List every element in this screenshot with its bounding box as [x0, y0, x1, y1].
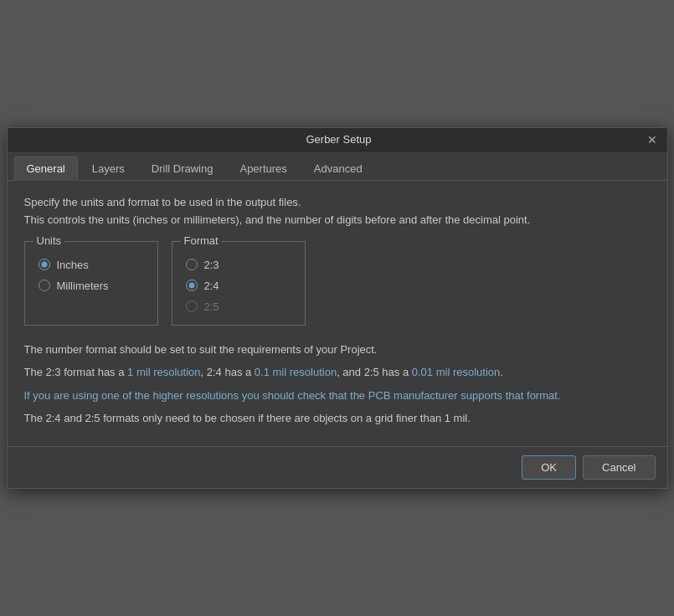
format-2-3-label: 2:3: [204, 259, 219, 271]
info-2-part-1: The 2:3 format has a: [24, 366, 128, 378]
info-line-3: If you are using one of the higher resol…: [24, 387, 651, 404]
format-2-4-label: 2:4: [204, 280, 219, 292]
info-2-part-2: , 2:4 has a: [201, 366, 255, 378]
info-2-highlight-1: 1 mil resolution: [127, 366, 200, 378]
description-line2: This controls the units (inches or milli…: [24, 212, 651, 229]
info-3-text: If you are using one of the higher resol…: [24, 389, 561, 402]
units-mm-radio[interactable]: [39, 280, 50, 291]
options-row: Units Inches Millimeters Format 2:3: [24, 241, 651, 326]
description: Specify the units and format to be used …: [24, 194, 651, 229]
cancel-button[interactable]: Cancel: [583, 455, 655, 480]
info-line-2: The 2:3 format has a 1 mil resolution, 2…: [24, 363, 651, 381]
format-2-5-label: 2:5: [204, 300, 219, 313]
units-inches-label: Inches: [57, 259, 89, 271]
description-line1: Specify the units and format to be used …: [24, 194, 651, 212]
gerber-setup-dialog: Gerber Setup ✕ General Layers Drill Draw…: [7, 127, 668, 488]
tab-drill-drawing[interactable]: Drill Drawing: [139, 157, 226, 180]
tab-advanced[interactable]: Advanced: [301, 157, 375, 180]
format-2-5-radio[interactable]: [186, 300, 198, 312]
units-mm-label: Millimeters: [57, 280, 109, 292]
title-bar: Gerber Setup ✕: [8, 128, 667, 151]
format-2-3-radio[interactable]: [186, 259, 198, 270]
units-mm-option[interactable]: Millimeters: [39, 280, 144, 292]
info-2-part-4: .: [500, 366, 503, 378]
info-line-4: The 2:4 and 2:5 formats only need to be …: [24, 409, 651, 427]
info-2-part-3: , and 2:5 has a: [337, 366, 412, 378]
dialog-title: Gerber Setup: [33, 133, 646, 146]
units-group: Units Inches Millimeters: [24, 241, 158, 326]
content-area: Specify the units and format to be used …: [8, 181, 667, 445]
tab-apertures[interactable]: Apertures: [227, 157, 299, 180]
tab-layers[interactable]: Layers: [80, 157, 137, 180]
format-2-4-option[interactable]: 2:4: [186, 280, 291, 292]
format-2-3-option[interactable]: 2:3: [186, 259, 291, 271]
units-inches-radio[interactable]: [39, 259, 50, 270]
info-2-highlight-3: 0.01 mil resolution: [412, 366, 501, 378]
units-inches-option[interactable]: Inches: [39, 259, 144, 271]
format-2-5-option[interactable]: 2:5: [186, 300, 291, 313]
format-2-4-radio[interactable]: [186, 280, 198, 291]
info-line-1: The number format should be set to suit …: [24, 341, 651, 358]
info-2-highlight-2: 0.1 mil resolution: [255, 366, 337, 378]
ok-button[interactable]: OK: [522, 455, 576, 480]
dialog-footer: OK Cancel: [8, 446, 667, 488]
tab-general[interactable]: General: [14, 157, 78, 181]
format-group-label: Format: [181, 234, 222, 247]
units-group-label: Units: [33, 234, 65, 247]
tab-bar: General Layers Drill Drawing Apertures A…: [8, 151, 667, 181]
close-button[interactable]: ✕: [646, 134, 659, 146]
format-group: Format 2:3 2:4 2:5: [172, 241, 306, 326]
